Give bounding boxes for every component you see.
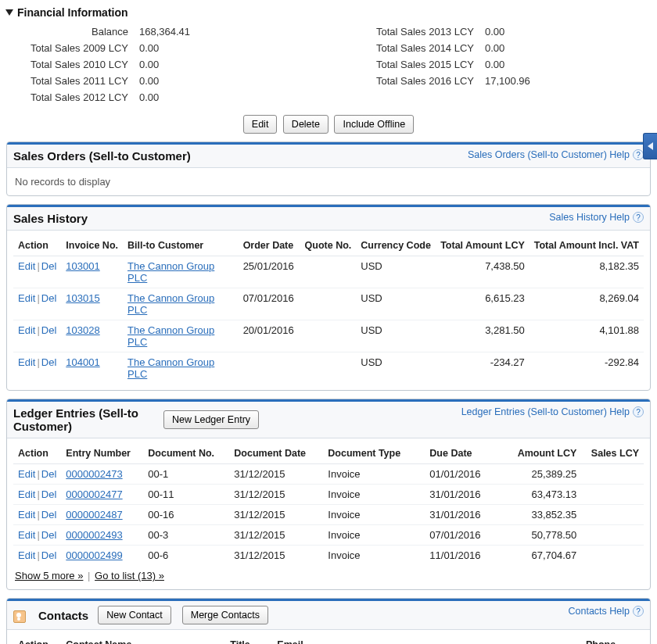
row-del-link[interactable]: Del [41,488,57,500]
col-doctype: Document Type [323,443,425,464]
row-actions: Edit|Del [13,352,61,385]
financial-row: Total Sales 2012 LCY0.00 [6,89,305,106]
entry-number-link[interactable]: 0000002499 [66,549,122,561]
row-actions: Edit|Del [13,546,61,566]
invoice-link[interactable]: 103028 [66,324,99,336]
bill-to-customer-link[interactable]: The Cannon Group PLC [127,356,214,380]
row-edit-link[interactable]: Edit [18,324,35,336]
invoice-link[interactable]: 104001 [66,356,99,368]
help-icon[interactable]: ? [633,149,644,160]
bill-to-customer-link[interactable]: The Cannon Group PLC [127,260,214,284]
merge-contacts-button[interactable]: Merge Contacts [182,606,268,624]
row-edit-link[interactable]: Edit [18,529,35,541]
col-invoice: Invoice No. [61,235,123,256]
row-edit-link[interactable]: Edit [18,356,35,368]
contacts-icon [13,610,26,623]
col-orderdate: Order Date [239,235,300,256]
table-row: Edit|Del103015The Cannon Group PLC07/01/… [13,288,644,320]
sales-history-title: Sales History [13,212,88,225]
contacts-help-link[interactable]: Contacts Help [568,606,630,617]
row-edit-link[interactable]: Edit [18,292,35,304]
financial-row: Total Sales 2013 LCY0.00 [352,23,651,40]
go-to-list-link[interactable]: Go to list (13) » [95,570,164,581]
col-title: Title [225,635,272,644]
row-actions: Edit|Del [13,256,61,288]
invoice-link[interactable]: 103001 [66,260,99,272]
bill-to-customer-link[interactable]: The Cannon Group PLC [127,324,214,348]
financial-info-header[interactable]: Financial Information [6,5,651,22]
row-actions: Edit|Del [13,464,61,485]
row-del-link[interactable]: Del [41,529,57,541]
new-contact-button[interactable]: New Contact [98,606,171,624]
side-drawer-toggle[interactable] [643,133,657,159]
new-ledger-entry-button[interactable]: New Ledger Entry [163,410,259,429]
row-edit-link[interactable]: Edit [18,509,35,521]
entry-number-link[interactable]: 0000002493 [66,529,122,541]
financial-label: Total Sales 2014 LCY [352,42,485,54]
row-del-link[interactable]: Del [41,468,57,480]
financial-info-title: Financial Information [17,6,128,19]
sales-orders-help-link[interactable]: Sales Orders (Sell-to Customer) Help [468,149,630,160]
financial-label: Total Sales 2016 LCY [352,75,485,87]
sales-history-help-link[interactable]: Sales History Help [549,212,630,223]
contacts-panel: Contacts New Contact Merge Contacts Cont… [6,598,651,644]
financial-value: 0.00 [139,59,305,70]
row-edit-link[interactable]: Edit [18,488,35,500]
financial-value: 0.00 [139,42,305,54]
entry-number-link[interactable]: 0000002473 [66,468,122,480]
financial-row: Total Sales 2016 LCY17,100.96 [352,73,651,89]
show-more-link[interactable]: Show 5 more » [15,570,83,581]
financial-value: 0.00 [485,26,651,38]
col-action: Action [13,235,61,256]
table-row: Edit|Del103028The Cannon Group PLC20/01/… [13,320,644,352]
col-billto: Bill-to Customer [123,235,239,256]
col-doc: Document No. [143,443,229,464]
financial-value: 0.00 [139,91,305,103]
row-del-link[interactable]: Del [41,509,57,521]
row-edit-link[interactable]: Edit [18,549,35,561]
col-action: Action [13,635,61,644]
ledger-entries-help-link[interactable]: Ledger Entries (Sell-to Customer) Help [461,406,630,417]
delete-button[interactable]: Delete [283,115,328,134]
col-action: Action [13,443,61,464]
bill-to-customer-link[interactable]: The Cannon Group PLC [127,292,214,316]
entry-number-link[interactable]: 0000002477 [66,488,122,500]
financial-row: Total Sales 2015 LCY0.00 [352,56,651,73]
row-edit-link[interactable]: Edit [18,260,35,272]
help-icon[interactable]: ? [633,212,644,223]
row-actions: Edit|Del [13,320,61,352]
row-del-link[interactable]: Del [41,324,57,336]
financial-label: Total Sales 2015 LCY [352,59,485,70]
table-row: Edit|Del000000247300-131/12/2015Invoice0… [13,464,644,485]
invoice-link[interactable]: 103015 [66,292,99,304]
col-phone: Phone [581,635,644,644]
help-icon[interactable]: ? [633,406,644,417]
table-row: Edit|Del104001The Cannon Group PLCUSD-23… [13,352,644,385]
financial-label: Balance [6,26,139,38]
ledger-entries-table: Action Entry Number Document No. Documen… [13,443,644,565]
row-del-link[interactable]: Del [41,260,57,272]
sales-history-panel: Sales History Sales History Help ? Actio… [6,204,651,391]
ledger-footer-links: Show 5 more » | Go to list (13) » [13,565,644,583]
financial-label: Total Sales 2012 LCY [6,91,139,103]
row-actions: Edit|Del [13,525,61,546]
edit-button[interactable]: Edit [243,115,278,134]
financial-info-grid: Balance168,364.41Total Sales 2009 LCY0.0… [6,22,651,110]
ledger-entries-title: Ledger Entries (Sell-to Customer) [13,406,154,433]
financial-row: Balance168,364.41 [6,23,305,40]
record-action-row: Edit Delete Include Offline [6,110,651,141]
include-offline-button[interactable]: Include Offline [334,115,414,134]
col-sales: Sales LCY [581,443,644,464]
row-del-link[interactable]: Del [41,549,57,561]
financial-label: Total Sales 2009 LCY [6,42,139,54]
contacts-title: Contacts [38,609,88,622]
row-edit-link[interactable]: Edit [18,468,35,480]
row-del-link[interactable]: Del [41,356,57,368]
col-totallcy: Total Amount LCY [436,235,530,256]
col-totalvat: Total Amount Incl. VAT [530,235,644,256]
financial-row: Total Sales 2014 LCY0.00 [352,40,651,56]
help-icon[interactable]: ? [633,606,644,617]
row-actions: Edit|Del [13,505,61,525]
entry-number-link[interactable]: 0000002487 [66,509,122,521]
row-del-link[interactable]: Del [41,292,57,304]
